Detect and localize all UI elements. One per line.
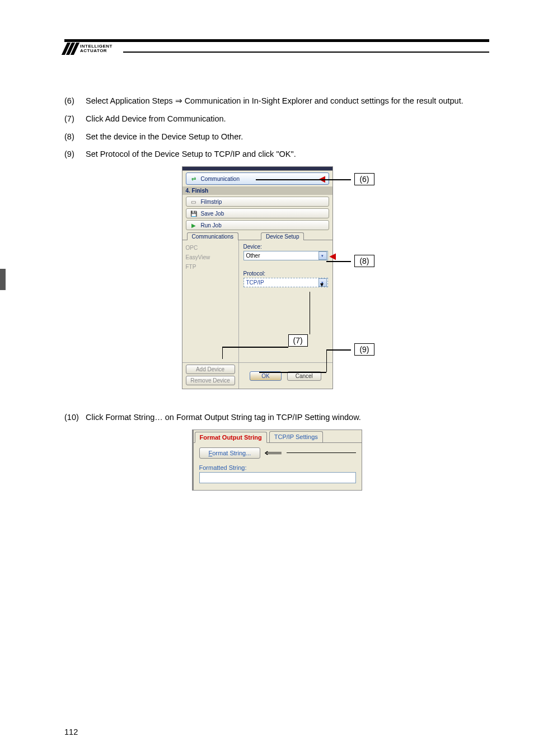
protocol-select[interactable]: TCP/IP ▾: [243, 278, 328, 287]
protocol-label: Protocol:: [243, 270, 328, 277]
page-number: 112: [64, 727, 78, 736]
communication-step[interactable]: ⇄ Communication ◀: [186, 172, 329, 185]
chevron-down-icon[interactable]: ▾: [318, 251, 327, 260]
arrow-icon: ▾: [320, 281, 324, 288]
callout-line: [310, 292, 311, 334]
arrow-icon: ⟸: [265, 447, 283, 458]
callout-6: (6): [354, 173, 374, 185]
savejob-step[interactable]: 💾 Save Job: [186, 208, 329, 218]
callout-9: (9): [354, 343, 374, 356]
page-header: INTELLIGENTACTUATOR: [64, 39, 489, 62]
callout-line: [287, 452, 355, 453]
instructions: (6) Select Application Steps ⇒ Communica…: [64, 95, 489, 161]
dialog-screenshot: ⇄ Communication ◀ 4. Finish ▭ Filmstrip …: [182, 166, 372, 389]
tab-device-setup[interactable]: Device Setup: [261, 232, 304, 240]
logo-icon: [64, 43, 77, 55]
instruction-10: (10) Click Format String… on Format Outp…: [64, 412, 489, 424]
save-icon: 💾: [190, 210, 198, 217]
comm-ftp[interactable]: FTP: [186, 264, 235, 270]
instruction-6: (6) Select Application Steps ⇒ Communica…: [64, 95, 489, 108]
format-string-dialog: Format Output String TCP/IP Settings For…: [192, 430, 362, 491]
tab-tcpip-settings[interactable]: TCP/IP Settings: [269, 431, 323, 442]
callout-line: [326, 349, 351, 351]
instruction-9: (9) Set Protocol of the Device Setup to …: [64, 148, 489, 161]
communication-label: Communication: [201, 176, 240, 182]
filmstrip-step[interactable]: ▭ Filmstrip: [186, 197, 329, 207]
formatted-string-field[interactable]: [199, 472, 356, 483]
remove-device-button[interactable]: Remove Device: [186, 376, 235, 385]
arrow-icon: ◀: [319, 174, 325, 183]
runjob-step[interactable]: ▶ Run Job: [186, 220, 329, 230]
instruction-8: (8) Set the device in the Device Setup t…: [64, 131, 489, 143]
device-label: Device:: [243, 244, 328, 250]
comm-easyview[interactable]: EasyView: [186, 254, 235, 260]
callout-line: [259, 372, 326, 373]
filmstrip-icon: ▭: [190, 198, 198, 205]
device-select[interactable]: Other ▾ ◀: [243, 251, 328, 260]
comm-opc[interactable]: OPC: [186, 245, 235, 251]
arrow-icon: ◀: [330, 251, 336, 260]
formatted-string-label: Formatted String:: [199, 464, 356, 471]
callout-8: (8): [354, 255, 374, 267]
tab-format-output-string[interactable]: Format Output String: [195, 432, 267, 443]
callout-7: (7): [288, 334, 308, 347]
communication-icon: ⇄: [190, 175, 198, 182]
instruction-7: (7) Click Add Device from Communication.: [64, 113, 489, 125]
format-string-button[interactable]: Format String...: [199, 447, 261, 459]
callout-line: [222, 347, 288, 348]
callout-line: [222, 347, 223, 359]
callout-line: [256, 179, 351, 180]
section-4-finish: 4. Finish: [182, 186, 332, 195]
logo-text: INTELLIGENTACTUATOR: [80, 44, 113, 53]
rule-thick: [64, 39, 489, 42]
callout-line: [326, 349, 327, 372]
play-icon: ▶: [190, 222, 198, 228]
add-device-button[interactable]: Add Device: [186, 365, 235, 374]
rule-thin: [123, 52, 489, 53]
tab-communications[interactable]: Communications: [187, 232, 238, 240]
callout-line: [326, 261, 351, 262]
